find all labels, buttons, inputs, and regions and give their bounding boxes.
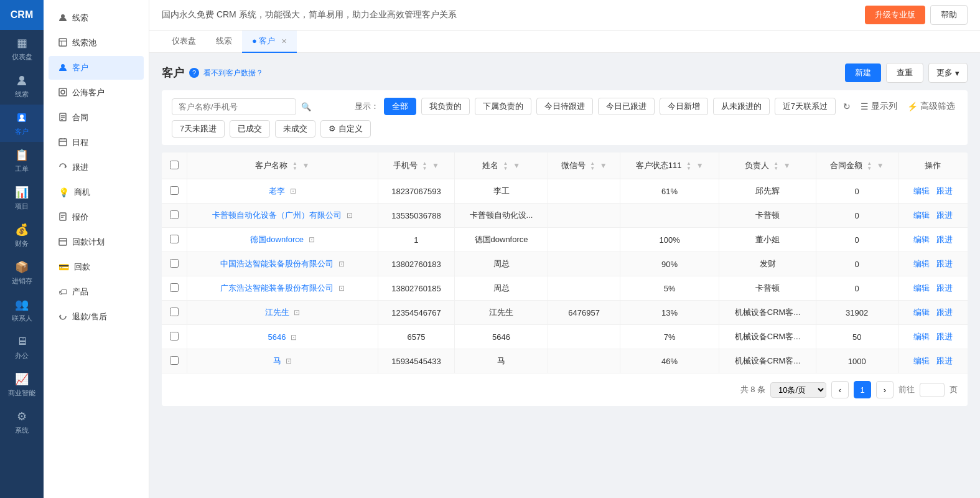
menu-item-returns[interactable]: 退款/售后 [49,305,144,329]
status-sort-icons[interactable]: ▲ ▼ [686,161,691,171]
row-checkbox[interactable] [170,210,179,219]
page-hint[interactable]: ? 看不到客户数据？ [189,68,263,78]
next-page-button[interactable]: › [876,381,894,398]
follow-link[interactable]: 跟进 [936,356,953,365]
select-all-checkbox[interactable] [170,161,179,169]
phone-sort-icons[interactable]: ▲ ▼ [422,161,427,171]
dedup-button[interactable]: 查重 [886,63,923,83]
edit-link[interactable]: 编辑 [913,235,930,244]
client-name-link[interactable]: 江先生 [265,308,289,317]
filter-never-follow[interactable]: 从未跟进的 [713,98,770,115]
sidebar-item-inventory[interactable]: 📦 进销存 [0,254,44,291]
follow-link[interactable]: 跟进 [936,235,953,244]
sidebar-item-bi[interactable]: 📈 商业智能 [0,366,44,403]
tab-leads[interactable]: 线索 [206,31,242,53]
sidebar-item-office[interactable]: 🖥 办公 [0,329,44,366]
menu-item-products[interactable]: 🏷 产品 [49,280,144,304]
menu-item-payback-plan[interactable]: 回款计划 [49,230,144,254]
status-filter-icon[interactable]: ▼ [696,161,704,170]
amount-filter-icon[interactable]: ▼ [877,161,884,170]
edit-link[interactable]: 编辑 [913,332,930,341]
tab-close-icon[interactable]: ✕ [281,37,287,45]
copy-icon[interactable]: ⊡ [291,333,297,342]
follow-link[interactable]: 跟进 [936,308,953,317]
edit-link[interactable]: 编辑 [913,210,930,220]
row-checkbox[interactable] [170,259,179,268]
edit-link[interactable]: 编辑 [913,356,930,365]
sidebar-item-clients[interactable]: 客户 [0,105,44,142]
copy-icon[interactable]: ⊡ [347,211,353,220]
upgrade-button[interactable]: 升级专业版 [865,6,925,24]
copy-icon[interactable]: ⊡ [309,235,315,244]
menu-item-opportunities[interactable]: 💡 商机 [49,181,144,204]
follow-link[interactable]: 跟进 [936,186,953,195]
filter-7days-contact[interactable]: 近7天联系过 [775,98,836,115]
advanced-filter-button[interactable]: ⚡ 高级筛选 [905,98,958,115]
menu-item-schedule[interactable]: 日程 [49,131,144,154]
contact-sort-icons[interactable]: ▲ ▼ [503,161,508,171]
menu-item-clients[interactable]: 客户 [49,56,144,80]
sidebar-item-projects[interactable]: 📊 项目 [0,179,44,217]
filter-my[interactable]: 我负责的 [421,98,470,115]
row-checkbox[interactable] [170,356,179,365]
menu-item-payback[interactable]: 💳 回款 [49,255,144,279]
name-sort-icons[interactable]: ▲ ▼ [292,161,297,171]
filter-today-follow[interactable]: 今日待跟进 [536,98,593,115]
menu-item-leads[interactable]: 线索 [49,6,144,30]
sidebar-item-orders[interactable]: 📋 工单 [0,142,44,179]
menu-item-contracts[interactable]: 合同 [49,106,144,129]
tab-dashboard[interactable]: 仪表盘 [162,31,206,53]
client-name-link[interactable]: 5646 [268,332,286,342]
edit-link[interactable]: 编辑 [913,308,930,317]
name-filter-icon[interactable]: ▼ [302,161,310,170]
follow-link[interactable]: 跟进 [936,259,953,268]
row-checkbox[interactable] [170,283,179,292]
copy-icon[interactable]: ⊡ [294,308,300,317]
owner-sort-icons[interactable]: ▲ ▼ [773,161,778,171]
filter-not-closed[interactable]: 未成交 [275,120,315,138]
prev-page-button[interactable]: ‹ [831,381,849,398]
follow-link[interactable]: 跟进 [936,332,953,341]
row-checkbox[interactable] [170,235,179,243]
owner-filter-icon[interactable]: ▼ [783,161,791,170]
goto-input[interactable] [920,383,945,397]
edit-link[interactable]: 编辑 [913,186,930,195]
client-name-link[interactable]: 中国浩达智能装备股份有限公司 [220,259,334,268]
client-name-link[interactable]: 老李 [269,186,285,195]
copy-icon[interactable]: ⊡ [286,357,292,365]
more-button[interactable]: 更多 ▾ [928,63,968,83]
menu-item-lead-pool[interactable]: 线索池 [49,31,144,55]
sidebar-item-finance[interactable]: 💰 财务 [0,217,44,254]
copy-icon[interactable]: ⊡ [338,260,345,268]
help-button[interactable]: 帮助 [930,5,968,25]
follow-link[interactable]: 跟进 [936,210,953,220]
menu-item-quotes[interactable]: 报价 [49,205,144,229]
client-name-link[interactable]: 德国downforce [250,235,304,244]
menu-item-ocean-clients[interactable]: 公海客户 [49,81,144,105]
copy-icon[interactable]: ⊡ [290,187,296,195]
page-1-button[interactable]: 1 [854,381,871,398]
row-checkbox[interactable] [170,186,179,195]
follow-link[interactable]: 跟进 [936,283,953,293]
sidebar-item-system[interactable]: ⚙ 系统 [0,403,44,441]
copy-icon[interactable]: ⊡ [338,284,345,293]
row-checkbox[interactable] [170,308,179,316]
new-button[interactable]: 新建 [845,63,881,82]
filter-today-new[interactable]: 今日新增 [660,98,708,115]
tab-clients[interactable]: ● 客户 ✕ [242,31,297,53]
filter-7days-no-follow[interactable]: 7天未跟进 [172,120,225,138]
row-checkbox[interactable] [170,332,179,341]
client-name-link[interactable]: 马 [273,356,281,365]
edit-link[interactable]: 编辑 [913,283,930,293]
filter-today-followed[interactable]: 今日已跟进 [598,98,655,115]
amount-sort-icons[interactable]: ▲ ▼ [867,161,872,171]
page-size-select[interactable]: 10条/页20条/页50条/页100条/页 [770,382,826,398]
filter-closed[interactable]: 已成交 [230,120,270,138]
filter-subordinate[interactable]: 下属负责的 [475,98,531,115]
filter-all[interactable]: 全部 [384,98,416,115]
client-name-link[interactable]: 广东浩达智能装备股份有限公司 [220,283,334,293]
wechat-filter-icon[interactable]: ▼ [600,161,607,170]
search-input[interactable] [172,98,296,115]
contact-filter-icon[interactable]: ▼ [513,161,520,170]
client-name-link[interactable]: 卡普顿自动化设备（广州）有限公司 [212,210,342,220]
